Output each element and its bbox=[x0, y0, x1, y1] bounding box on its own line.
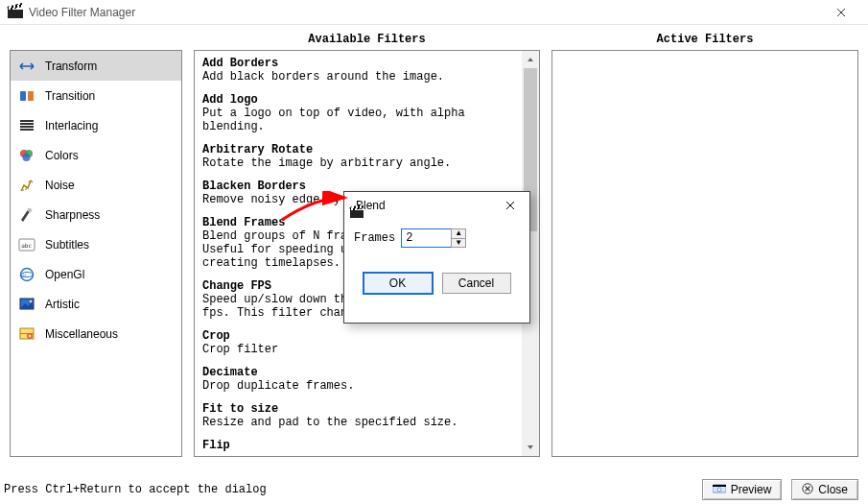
sidebar-item-opengl[interactable]: GLOpenGl bbox=[11, 259, 181, 289]
filter-item[interactable]: Fit to sizeResize and pad to the specifi… bbox=[202, 402, 514, 429]
dialog-titlebar[interactable]: Blend bbox=[344, 192, 529, 219]
noise-icon bbox=[18, 177, 35, 194]
sidebar-item-label: Sharpness bbox=[45, 208, 100, 222]
artistic-icon bbox=[18, 296, 35, 313]
transition-icon bbox=[18, 87, 35, 105]
svg-point-25 bbox=[717, 488, 721, 492]
preview-label: Preview bbox=[731, 483, 772, 496]
dialog-title: Blend bbox=[356, 199, 497, 212]
filter-item[interactable]: DecimateDrop duplicate frames. bbox=[202, 366, 514, 393]
scroll-down-icon[interactable] bbox=[522, 439, 539, 456]
svg-text:GL: GL bbox=[21, 273, 28, 277]
filter-title: Add Borders bbox=[202, 57, 514, 70]
spin-up-icon[interactable]: ▲ bbox=[452, 229, 465, 238]
preview-button[interactable]: Preview bbox=[702, 479, 783, 500]
filter-title: Flip bbox=[202, 439, 514, 452]
svg-rect-0 bbox=[20, 91, 26, 101]
filter-item[interactable]: Arbitrary RotateRotate the image by arbi… bbox=[202, 143, 514, 170]
spin-down-icon[interactable]: ▼ bbox=[452, 238, 465, 248]
sharpness-icon bbox=[18, 206, 35, 224]
active-header: Active Filters bbox=[551, 31, 858, 50]
sidebar-item-label: Miscellaneous bbox=[45, 327, 118, 341]
sidebar-item-label: Interlacing bbox=[45, 119, 98, 132]
interlacing-icon bbox=[18, 117, 35, 134]
sidebar-item-subtitles[interactable]: abcSubtitles bbox=[11, 229, 181, 259]
svg-rect-5 bbox=[20, 129, 34, 131]
dialog-close-icon[interactable] bbox=[497, 195, 524, 216]
close-window-icon[interactable] bbox=[820, 2, 862, 23]
svg-point-19 bbox=[30, 300, 33, 302]
footer-hint: Press Ctrl+Return to accept the dialog bbox=[4, 483, 692, 496]
filter-item[interactable]: Add logoPut a logo on top of video, with… bbox=[202, 93, 514, 133]
sidebar-item-label: Transform bbox=[45, 60, 97, 73]
sidebar-item-label: Subtitles bbox=[45, 238, 89, 252]
transform-icon bbox=[18, 58, 35, 75]
sidebar-item-label: Colors bbox=[45, 149, 79, 162]
categories-panel-wrap: TransformTransitionInterlacingColorsNois… bbox=[10, 31, 182, 469]
sidebar-item-miscellaneous[interactable]: Miscellaneous bbox=[11, 319, 181, 348]
footer: Press Ctrl+Return to accept the dialog P… bbox=[0, 475, 868, 504]
blend-dialog: Blend Frames ▲ ▼ OK Cancel bbox=[343, 191, 530, 324]
active-panel bbox=[551, 50, 858, 457]
sidebar-item-interlacing[interactable]: Interlacing bbox=[11, 110, 181, 140]
sidebar-item-label: Noise bbox=[45, 179, 75, 192]
scroll-up-icon[interactable] bbox=[522, 51, 539, 68]
misc-icon bbox=[18, 325, 35, 343]
categories-panel: TransformTransitionInterlacingColorsNois… bbox=[10, 50, 182, 457]
svg-rect-24 bbox=[713, 485, 726, 487]
filter-desc: Drop duplicate frames. bbox=[202, 379, 514, 393]
filter-title: Crop bbox=[202, 329, 514, 343]
svg-rect-2 bbox=[20, 120, 34, 122]
app-icon bbox=[8, 5, 23, 20]
svg-point-8 bbox=[23, 154, 31, 161]
filter-desc: Rotate the image by arbitrary angle. bbox=[202, 156, 514, 170]
svg-point-10 bbox=[25, 188, 27, 190]
sidebar-item-label: Artistic bbox=[45, 298, 80, 311]
svg-rect-4 bbox=[20, 126, 34, 128]
filter-desc: Put a logo on top of video, with alpha b… bbox=[202, 107, 514, 133]
filter-desc: Add black borders around the image. bbox=[202, 70, 514, 84]
active-panel-wrap: Active Filters bbox=[551, 31, 858, 469]
frames-input[interactable] bbox=[401, 228, 451, 248]
colors-icon bbox=[18, 147, 35, 164]
sidebar-item-transition[interactable]: Transition bbox=[11, 81, 181, 110]
sidebar-item-artistic[interactable]: Artistic bbox=[11, 289, 181, 319]
filter-title: Add logo bbox=[202, 93, 514, 107]
sidebar-item-transform[interactable]: Transform bbox=[11, 51, 181, 81]
filter-title: Fit to size bbox=[202, 402, 514, 416]
filter-item[interactable]: Flip bbox=[202, 439, 514, 452]
filter-item[interactable]: Add BordersAdd black borders around the … bbox=[202, 57, 514, 84]
frames-stepper[interactable]: ▲ ▼ bbox=[401, 228, 466, 248]
filter-desc: Crop filter bbox=[202, 343, 514, 356]
ok-button[interactable]: OK bbox=[364, 273, 433, 294]
titlebar: Video Filter Manager bbox=[0, 0, 868, 25]
svg-point-9 bbox=[22, 189, 24, 191]
window-title: Video Filter Manager bbox=[29, 6, 820, 19]
svg-rect-1 bbox=[28, 91, 34, 101]
opengl-icon: GL bbox=[18, 266, 35, 283]
sidebar-item-noise[interactable]: Noise bbox=[11, 170, 181, 200]
filter-title: Decimate bbox=[202, 366, 514, 379]
svg-text:abc: abc bbox=[21, 242, 32, 249]
preview-icon bbox=[713, 483, 726, 497]
subtitles-icon: abc bbox=[18, 236, 35, 253]
close-icon bbox=[802, 483, 813, 497]
svg-rect-3 bbox=[20, 123, 34, 125]
sidebar-item-colors[interactable]: Colors bbox=[11, 140, 181, 170]
sidebar-item-label: OpenGl bbox=[45, 268, 84, 281]
frames-spin-buttons[interactable]: ▲ ▼ bbox=[451, 228, 466, 248]
frames-label: Frames bbox=[354, 231, 395, 245]
available-header: Available Filters bbox=[194, 31, 540, 50]
categories-header-spacer bbox=[10, 31, 182, 50]
cancel-button[interactable]: Cancel bbox=[442, 273, 511, 294]
filter-title: Arbitrary Rotate bbox=[202, 143, 514, 156]
close-label: Close bbox=[818, 483, 848, 496]
sidebar-item-sharpness[interactable]: Sharpness bbox=[11, 200, 181, 229]
filter-item[interactable]: CropCrop filter bbox=[202, 329, 514, 356]
filter-desc: Resize and pad to the specified size. bbox=[202, 416, 514, 429]
close-button[interactable]: Close bbox=[791, 479, 858, 500]
sidebar-item-label: Transition bbox=[45, 89, 95, 103]
